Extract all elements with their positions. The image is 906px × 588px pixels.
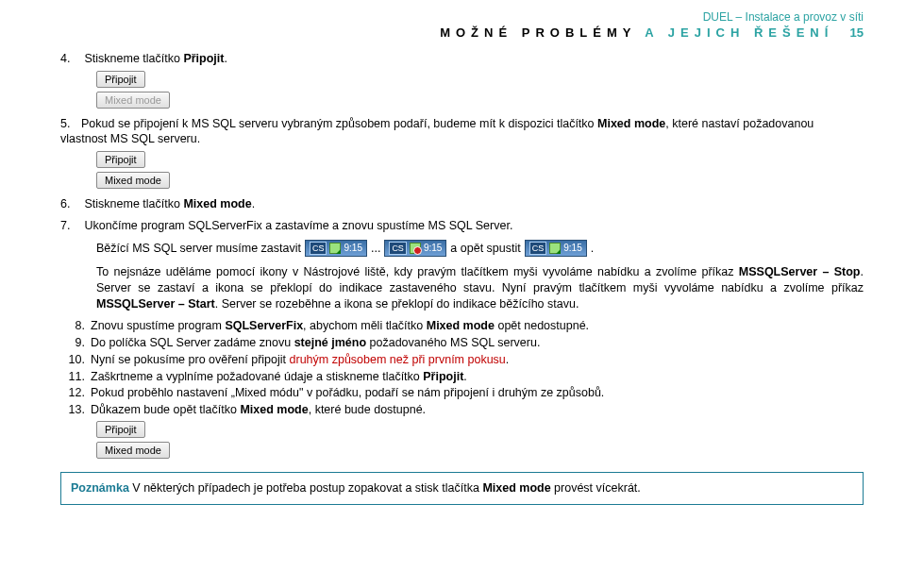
step-4: 4. Stiskneme tlačítko Připojit. — [60, 51, 864, 67]
mixed-mode-button-disabled: Mixed mode — [96, 92, 170, 109]
step-7-detail: To nejsnáze uděláme pomocí ikony v Nástr… — [96, 264, 864, 312]
step-9: 9.Do políčka SQL Server zadáme znovu ste… — [60, 335, 864, 351]
lang-icon: CS — [389, 242, 407, 255]
step-13: 13.Důkazem bude opět tlačítko Mixed mode… — [60, 402, 864, 418]
server-state-line: Běžící MS SQL server musíme zastavit CS … — [96, 240, 864, 257]
sql-running-icon — [329, 243, 341, 254]
sql-running-icon — [549, 243, 561, 254]
button-stack-2: Připojit Mixed mode — [96, 151, 864, 189]
mixed-mode-button[interactable]: Mixed mode — [96, 442, 170, 459]
lang-icon: CS — [529, 242, 547, 255]
pripojit-button[interactable]: Připojit — [96, 71, 145, 88]
page-header: DUEL – Instalace a provoz v síti MOŽNÉ P… — [60, 9, 864, 42]
button-stack-1: Připojit Mixed mode — [96, 71, 864, 109]
pripojit-button[interactable]: Připojit — [96, 421, 145, 438]
lang-icon: CS — [310, 242, 327, 255]
mixed-mode-button[interactable]: Mixed mode — [96, 172, 170, 189]
tray-stopped: CS 9:15 — [384, 240, 446, 257]
step-11: 11.Zaškrtneme a vyplníme požadované údaj… — [60, 369, 864, 385]
page-number: 15 — [845, 25, 864, 42]
tray-running-2: CS 9:15 — [525, 240, 587, 257]
step-8: 8.Znovu spustíme program SQLServerFix, a… — [60, 318, 864, 334]
note-label: Poznámka — [71, 481, 129, 495]
header-subtitle: MOŽNÉ PROBLÉMY A JEJICH ŘEŠENÍ 15 — [60, 25, 864, 42]
tray-time: 9:15 — [424, 242, 442, 255]
step-6: 6. Stiskneme tlačítko Mixed mode. — [60, 196, 864, 212]
tray-time: 9:15 — [344, 242, 361, 255]
sql-stopped-icon — [410, 243, 421, 254]
step-12: 12.Pokud proběhlo nastavení „Mixed módu"… — [60, 385, 864, 401]
ellipsis: ... — [371, 241, 380, 257]
tray-running-1: CS 9:15 — [305, 240, 367, 257]
running-mid: a opět spustit — [450, 241, 520, 257]
header-title: DUEL – Instalace a provoz v síti — [60, 9, 864, 25]
note-box: Poznámka V některých případech je potřeb… — [60, 472, 864, 505]
header-sub-black: MOŽNÉ PROBLÉMY — [440, 25, 636, 40]
steps-8-13: 8.Znovu spustíme program SQLServerFix, a… — [60, 318, 864, 418]
header-sub-teal: A JEJICH ŘEŠENÍ — [645, 25, 843, 40]
running-intro: Běžící MS SQL server musíme zastavit — [96, 241, 301, 257]
step-10: 10.Nyní se pokusíme pro ověření připojit… — [60, 352, 864, 368]
step-5: 5.Pokud se připojení k MS SQL serveru vy… — [60, 116, 864, 148]
tray-time: 9:15 — [563, 242, 581, 255]
pripojit-button[interactable]: Připojit — [96, 151, 145, 168]
step-7: 7. Ukončíme program SQLServerFix a zasta… — [60, 218, 864, 234]
button-stack-3: Připojit Mixed mode — [96, 421, 864, 459]
